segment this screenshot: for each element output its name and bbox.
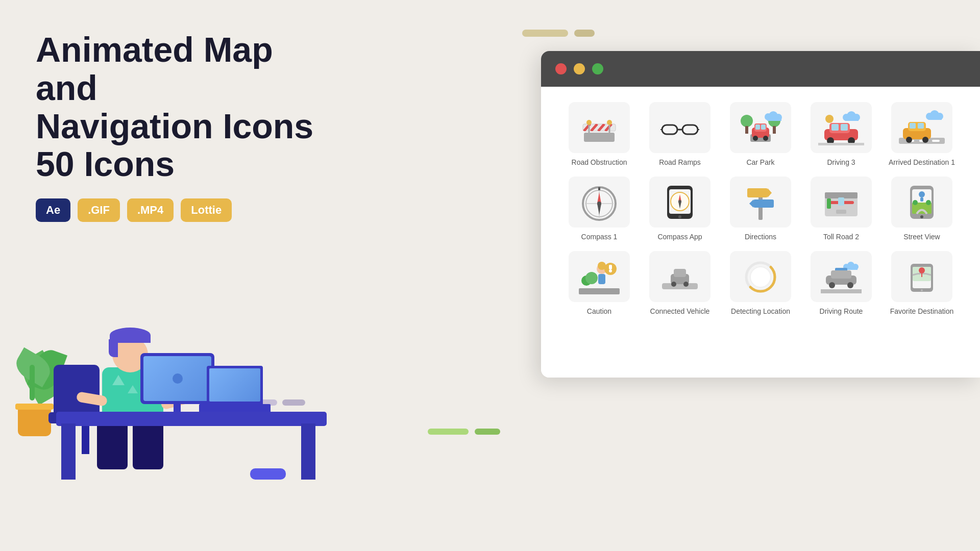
svg-rect-54 [918,123,924,129]
icon-cell-road-obstruction: Road Obstruction [561,102,637,166]
title-line2: Navigation Icons [36,107,313,145]
icon-box-compass-app [649,177,710,228]
icon-cell-compass-app: Compass App [642,177,718,241]
svg-rect-80 [827,198,831,209]
illustration [31,148,337,531]
compass-1-icon [579,183,620,221]
svg-rect-73 [747,188,768,197]
icon-cell-road-ramps: Road Ramps [642,102,718,166]
svg-point-63 [597,202,601,206]
svg-rect-95 [598,274,605,284]
driving-3-icon [818,110,864,145]
mac-content: Road Obstruction Road Ramps [541,87,980,378]
svg-rect-82 [838,197,844,206]
hair-side [109,339,118,357]
svg-marker-76 [749,199,753,208]
svg-rect-0 [584,133,615,142]
icon-box-road-obstruction [569,102,630,153]
svg-rect-38 [831,124,839,131]
svg-point-122 [919,267,925,273]
svg-point-98 [609,269,612,272]
deco-bar-2 [574,30,595,37]
svg-rect-114 [831,270,851,279]
deco-bar-bottom-1 [428,429,469,435]
icon-cell-driving-3: Driving 3 [803,102,879,166]
arrived-destination-icon [899,110,945,145]
svg-point-107 [750,267,771,287]
svg-rect-102 [674,269,686,277]
svg-rect-53 [910,123,916,129]
mac-minimize-btn[interactable] [574,63,585,74]
svg-rect-24 [761,124,766,130]
icon-cell-driving-route: Driving Route [803,251,879,315]
shoe [250,468,286,480]
icon-label-arrived-destination: Arrived Destination 1 [889,158,955,166]
deco-bar-1 [522,30,568,37]
icon-label-road-ramps: Road Ramps [659,158,701,166]
road-ramps-icon [659,110,700,145]
icon-label-connected-vehicle: Connected Vehicle [650,307,710,315]
plant-pot [18,408,51,436]
icon-label-caution: Caution [587,307,611,315]
icon-label-compass-1: Compass 1 [581,233,618,241]
svg-point-16 [741,115,753,127]
icon-label-road-obstruction: Road Obstruction [572,158,627,166]
desk-leg-left [61,423,76,480]
svg-point-89 [919,191,925,197]
svg-point-104 [683,282,689,287]
caution-icon [579,258,620,296]
deco-bars-top [522,30,595,37]
desk-surface [56,412,327,426]
svg-point-56 [922,137,928,143]
icon-label-detecting-location: Detecting Location [731,307,790,315]
mac-maximize-btn[interactable] [592,63,603,74]
icon-box-compass-1 [569,177,630,228]
mac-window: Road Obstruction Road Ramps [541,51,980,378]
svg-rect-75 [753,199,774,208]
icon-cell-car-park: Car Park [723,102,798,166]
mac-close-btn[interactable] [555,63,567,74]
driving-route-icon [821,258,862,296]
icon-label-driving-route: Driving Route [820,307,863,315]
icon-cell-compass-1: Compass 1 [561,177,637,241]
svg-point-25 [753,136,758,141]
laptop-screen [209,368,260,402]
connected-vehicle-icon [659,258,700,296]
svg-rect-81 [836,210,846,214]
svg-rect-19 [773,126,776,134]
svg-point-55 [906,137,912,143]
directions-icon [740,183,781,221]
icon-cell-street-view: Street View [884,177,960,241]
svg-point-87 [913,200,918,205]
svg-rect-30 [767,117,781,121]
torso-pattern-2 [128,385,138,393]
svg-rect-46 [928,116,942,120]
svg-point-71 [678,200,681,203]
person-leg-left [97,418,128,469]
plant-pot-rim [15,404,54,410]
icon-box-arrived-destination [891,102,952,153]
svg-rect-12 [682,125,698,134]
icon-box-driving-3 [811,102,872,153]
icon-label-toll-road: Toll Road 2 [823,233,859,241]
svg-point-35 [825,115,834,123]
icon-box-directions [730,177,791,228]
mac-titlebar [541,51,980,87]
svg-point-92 [585,272,598,284]
svg-point-116 [847,282,853,288]
svg-point-103 [671,282,676,287]
icon-cell-favorite-destination: Favorite Destination [884,251,960,315]
icon-box-connected-vehicle [649,251,710,302]
icon-cell-directions: Directions [723,177,798,241]
detecting-location-icon [740,258,781,296]
person-leg-right [133,418,163,469]
svg-rect-11 [662,125,677,134]
toll-road-icon [821,183,862,221]
svg-rect-97 [609,265,612,269]
icon-box-caution [569,251,630,302]
icon-label-street-view: Street View [903,233,940,241]
svg-point-88 [926,200,931,205]
svg-point-7 [586,120,592,125]
torso-pattern-1 [112,375,125,385]
street-view-icon [904,183,940,221]
